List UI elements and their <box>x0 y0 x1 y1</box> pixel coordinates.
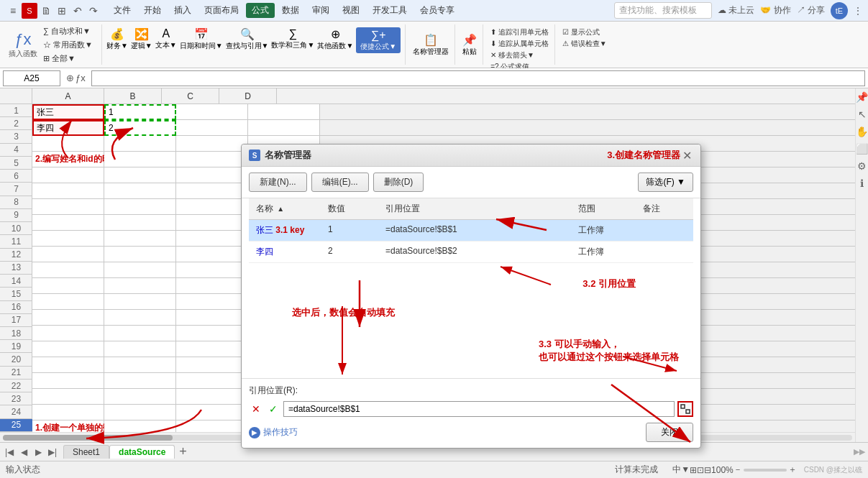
cell-B21[interactable] <box>104 420 176 432</box>
cell-A4[interactable]: 2.编写姓名和id的映射列表 <box>32 152 104 167</box>
ref-check-btn[interactable]: ✓ <box>266 402 280 416</box>
sheet-tab-datasource[interactable]: dataSource <box>109 445 175 459</box>
cell-D2[interactable] <box>248 120 320 136</box>
dialog-edit-btn[interactable]: 编辑(E)... <box>311 173 369 192</box>
cell-C1[interactable] <box>176 104 248 120</box>
share-btn[interactable]: ↗ 分享 <box>797 4 825 17</box>
paste-btn[interactable]: 📌 粘贴 <box>457 24 483 65</box>
trace-dep-btn[interactable]: ⬇ 追踪从属单元格 <box>490 39 549 49</box>
hamburger-icon[interactable]: ≡ <box>6 4 20 18</box>
all-fn-btn[interactable]: ⊞ 全部▼ <box>40 52 96 65</box>
formula-expand-icon[interactable]: ⊕ <box>66 73 74 83</box>
menu-review[interactable]: 审阅 <box>306 3 335 18</box>
common-fn-btn[interactable]: ☆ 常用函数▼ <box>40 39 96 51</box>
col-header-ref[interactable]: 引用位置 <box>378 201 571 216</box>
datetime-btn[interactable]: 📅日期和时间▼ <box>180 27 223 51</box>
sidebar-box-icon[interactable]: ⬜ <box>856 143 868 155</box>
status-zoom-in[interactable]: ＋ <box>788 464 797 476</box>
cell-C4[interactable] <box>176 152 248 167</box>
dialog-delete-btn[interactable]: 删除(D) <box>373 173 424 192</box>
ref-x-btn[interactable]: ✕ <box>249 402 263 416</box>
cell-A3[interactable] <box>32 136 104 152</box>
math-btn[interactable]: ∑数学和三角▼ <box>271 27 314 50</box>
col-header-B[interactable]: B <box>104 88 162 104</box>
status-view3[interactable]: ⊟ <box>704 465 711 475</box>
menu-formula[interactable]: 公式 <box>246 3 275 18</box>
auto-sum-btn[interactable]: ∑ 自动求和▼ <box>40 25 96 37</box>
col-header-name[interactable]: 名称 ▲ <box>249 201 321 216</box>
menu-file[interactable]: 文件 <box>108 3 137 18</box>
quick-formula-btn[interactable]: ∑+便捷公式▼ <box>356 27 401 53</box>
status-view2[interactable]: ⊡ <box>697 465 704 475</box>
cell-ref-input[interactable] <box>3 70 60 86</box>
col-header-scope[interactable]: 范围 <box>571 201 636 216</box>
cell-A2[interactable]: 李四 <box>32 120 104 136</box>
ref-input[interactable] <box>283 401 675 417</box>
toolbar-icon-2[interactable]: ⊞ <box>55 4 69 18</box>
ref-cell-select-btn[interactable] <box>677 401 693 417</box>
menu-dev[interactable]: 开发工具 <box>367 3 413 18</box>
menu-insert[interactable]: 插入 <box>168 3 197 18</box>
status-zoom-out[interactable]: － <box>734 464 742 476</box>
menu-data[interactable]: 数据 <box>276 3 305 18</box>
dialog-row-lisi[interactable]: 李四 2 =dataSource!$B$2 工作簿 <box>249 242 693 263</box>
col-header-A[interactable]: A <box>32 88 104 104</box>
toolbar-icon-4[interactable]: ↷ <box>86 4 101 18</box>
menu-start[interactable]: 开始 <box>138 3 167 18</box>
cell-B2[interactable]: 2 <box>104 120 176 136</box>
dialog-close-btn[interactable]: ✕ <box>680 149 693 162</box>
show-formula-btn[interactable]: ☑ 显示公式 <box>562 27 607 37</box>
lookup-btn[interactable]: 🔍查找与引用▼ <box>226 27 269 51</box>
logic-btn[interactable]: 🔀逻辑▼ <box>131 27 152 51</box>
finance-btn[interactable]: 💰财务▼ <box>106 27 128 51</box>
name-manager-btn[interactable]: 📋 名称管理器 <box>407 24 455 65</box>
status-zoom-slider[interactable] <box>744 469 787 472</box>
search-box[interactable]: 查找功能、搜索模板 <box>614 2 712 19</box>
sheet-prev-btn[interactable]: ◀ <box>17 446 30 459</box>
dialog-filter-btn[interactable]: 筛选(F) ▼ <box>638 173 693 192</box>
sheet-next-btn[interactable]: ▶ <box>32 446 45 459</box>
cell-C21[interactable] <box>176 420 248 432</box>
sidebar-gear-icon[interactable]: ⚙ <box>857 160 867 172</box>
collaborate-btn[interactable]: 🤝 协作 <box>760 4 790 17</box>
col-header-C[interactable]: C <box>162 88 219 104</box>
cell-B4[interactable] <box>104 152 176 167</box>
formula-input[interactable] <box>91 70 865 86</box>
error-check-btn[interactable]: ⚠ 错误检查▼ <box>562 39 607 49</box>
cloud-status[interactable]: ☁ 未上云 <box>718 4 754 17</box>
cell-C3[interactable] <box>176 136 248 152</box>
cell-C2[interactable] <box>176 120 248 136</box>
cell-A1[interactable]: 张三 <box>32 104 104 120</box>
tip-link[interactable]: 操作技巧 <box>263 426 298 438</box>
menu-view[interactable]: 视图 <box>337 3 365 18</box>
col-header-D[interactable]: D <box>219 88 277 104</box>
other-fn-btn[interactable]: ⊕其他函数▼ <box>317 27 353 51</box>
cell-D1[interactable] <box>248 104 320 120</box>
status-zoom[interactable]: 100% <box>711 465 734 475</box>
dialog-close-btn-bottom[interactable]: 关闭 <box>646 423 693 442</box>
trace-ref-btn[interactable]: ⬆ 追踪引用单元格 <box>490 27 549 37</box>
dialog-new-btn[interactable]: 新建(N)... <box>249 173 307 192</box>
toolbar-icon-3[interactable]: ↶ <box>70 4 85 18</box>
sidebar-pin-icon[interactable]: 📌 <box>856 91 868 103</box>
menu-layout[interactable]: 页面布局 <box>198 3 245 18</box>
formula-fn-icon[interactable]: ƒx <box>76 73 86 83</box>
status-view1[interactable]: ⊞ <box>690 465 697 475</box>
sheet-tab-sheet1[interactable]: Sheet1 <box>63 445 109 459</box>
menu-member[interactable]: 会员专享 <box>414 3 460 18</box>
more-icon[interactable]: ⋮ <box>854 6 862 16</box>
name-manager-dialog[interactable]: S 名称管理器 3.创建名称管理器 ✕ 新建(N)... 编辑(E)... 删除… <box>241 144 701 449</box>
status-lang[interactable]: 中▼ <box>672 464 690 476</box>
dialog-row-zhangsan[interactable]: 张三 3.1 key 1 =dataSource!$B$1 工作簿 <box>249 220 693 242</box>
cell-B3[interactable] <box>104 136 176 152</box>
toolbar-icon-1[interactable]: 🗎 <box>39 4 53 18</box>
text-btn[interactable]: A文本▼ <box>155 27 177 50</box>
col-header-comment[interactable]: 备注 <box>636 201 693 216</box>
col-header-value[interactable]: 数值 <box>321 201 378 216</box>
cell-B1[interactable]: 1 <box>104 104 176 120</box>
sheet-last-btn[interactable]: ▶| <box>46 446 59 459</box>
add-sheet-btn[interactable]: + <box>175 444 191 460</box>
sheet-first-btn[interactable]: |◀ <box>3 446 16 459</box>
cell-A21[interactable]: 1.创建一个单独的数据源sheet <box>32 420 104 432</box>
sidebar-hand-icon[interactable]: ✋ <box>856 126 868 137</box>
